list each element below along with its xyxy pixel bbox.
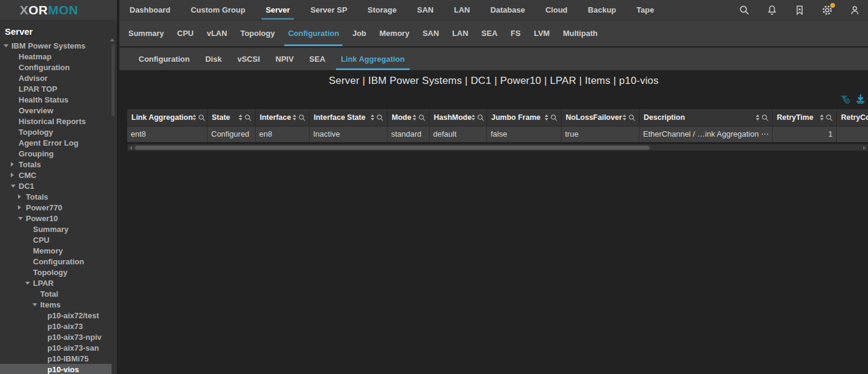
user-icon[interactable] — [849, 4, 861, 16]
column-search-icon[interactable] — [761, 114, 769, 122]
sidebar-scrollbar[interactable] — [112, 44, 115, 116]
download-icon[interactable] — [854, 93, 867, 105]
xormon-logo[interactable]: XORMON — [0, 0, 117, 20]
tree-item-advisor[interactable]: Advisor — [0, 73, 117, 83]
sort-icon[interactable] — [545, 114, 548, 120]
sub-nav-item-configuration[interactable]: Configuration — [281, 20, 346, 46]
tree-collapse-arrow-icon[interactable] — [11, 185, 19, 188]
settings-gear-icon[interactable] — [821, 4, 833, 16]
sub-nav-item-topology[interactable]: Topology — [234, 20, 282, 46]
column-search-icon[interactable] — [825, 114, 833, 122]
tree-expand-arrow-icon[interactable] — [18, 194, 26, 199]
tree-item-agent-error-log[interactable]: Agent Error Log — [0, 137, 117, 148]
sidebar-scroll-up-icon[interactable] — [110, 38, 115, 41]
sort-icon[interactable] — [413, 114, 416, 120]
column-header-retrycount[interactable]: RetryCount — [837, 109, 868, 126]
sort-icon[interactable] — [193, 114, 196, 120]
column-search-icon[interactable] — [628, 114, 636, 122]
column-header-description[interactable]: Description — [639, 109, 773, 126]
sub-nav-item-sea[interactable]: SEA — [475, 20, 504, 46]
top-nav-item-custom-group[interactable]: Custom Group — [181, 0, 256, 20]
column-header-state[interactable]: State — [208, 109, 256, 126]
tree-item-cmc[interactable]: CMC — [0, 170, 117, 180]
column-header-jumbo-frame[interactable]: Jumbo Frame — [487, 109, 561, 126]
tree-item-topology[interactable]: Topology — [0, 126, 117, 137]
horizontal-scrollbar[interactable] — [127, 144, 868, 151]
top-nav-item-server-sp[interactable]: Server SP — [300, 0, 357, 20]
top-nav-item-storage[interactable]: Storage — [358, 0, 407, 20]
top-nav-item-san[interactable]: SAN — [407, 0, 443, 20]
tab-nav-item-sea[interactable]: SEA — [302, 48, 334, 70]
sub-nav-item-lan[interactable]: LAN — [446, 20, 475, 46]
column-search-icon[interactable] — [550, 114, 558, 122]
sort-icon[interactable] — [756, 114, 759, 120]
tree-collapse-arrow-icon[interactable] — [32, 303, 40, 306]
tree-item-p10-aix73-npiv[interactable]: p10-aix73-npiv — [0, 331, 117, 342]
sort-icon[interactable] — [623, 114, 626, 120]
tree-item-ibm-power-systems[interactable]: IBM Power Systems — [0, 40, 117, 51]
tree-item-p10-aix72-test[interactable]: p10-aix72/test — [0, 310, 117, 321]
scroll-left-arrow-icon[interactable] — [130, 146, 132, 150]
column-header-nolossfailover[interactable]: NoLossFailover — [561, 109, 639, 126]
tree-collapse-arrow-icon[interactable] — [18, 217, 26, 220]
tree-item-totals[interactable]: Totals — [0, 159, 117, 170]
tree-item-configuration[interactable]: Configuration — [0, 256, 117, 267]
tree-item-cpu[interactable]: CPU — [0, 234, 117, 245]
tab-nav-item-disk[interactable]: Disk — [197, 48, 229, 70]
top-nav-item-backup[interactable]: Backup — [578, 0, 626, 20]
column-header-interface-state[interactable]: Interface State — [310, 109, 388, 126]
top-nav-item-server[interactable]: Server — [256, 0, 300, 20]
tree-item-lpar[interactable]: LPAR — [0, 278, 117, 288]
tree-item-grouping[interactable]: Grouping — [0, 148, 117, 159]
tree-item-totals[interactable]: Totals — [0, 191, 117, 202]
column-header-link-aggregation[interactable]: Link Aggregation — [127, 109, 208, 126]
column-header-interface[interactable]: Interface — [256, 109, 310, 126]
sub-nav-item-memory[interactable]: Memory — [373, 20, 416, 46]
tree-item-p10-vios[interactable]: p10-vios — [0, 364, 112, 374]
tree-item-p10-aix73[interactable]: p10-aix73 — [0, 321, 117, 331]
tab-nav-item-link-aggregation[interactable]: Link Aggregation — [333, 48, 412, 70]
tree-item-health-status[interactable]: Health Status — [0, 94, 117, 105]
tree-item-overview[interactable]: Overview — [0, 105, 117, 116]
search-icon[interactable] — [738, 4, 750, 16]
tree-item-summary[interactable]: Summary — [0, 224, 117, 234]
sub-nav-item-cpu[interactable]: CPU — [170, 20, 200, 46]
column-search-icon[interactable] — [198, 114, 206, 122]
tree-item-power770[interactable]: Power770 — [0, 202, 117, 213]
tree-item-total[interactable]: Total — [0, 288, 117, 299]
column-search-icon[interactable] — [376, 114, 384, 122]
tree-item-memory[interactable]: Memory — [0, 245, 117, 256]
sort-icon[interactable] — [471, 114, 475, 120]
tab-nav-item-configuration[interactable]: Configuration — [131, 48, 197, 70]
tree-item-items[interactable]: Items — [0, 299, 117, 310]
tree-item-historical-reports[interactable]: Historical Reports — [0, 116, 117, 126]
column-search-icon[interactable] — [298, 114, 306, 122]
scroll-right-arrow-icon[interactable] — [863, 146, 866, 150]
top-nav-item-tape[interactable]: Tape — [626, 0, 664, 20]
tree-item-configuration[interactable]: Configuration — [0, 62, 117, 73]
bookmark-icon[interactable] — [794, 4, 806, 16]
top-nav-item-database[interactable]: Database — [480, 0, 535, 20]
column-search-icon[interactable] — [244, 114, 252, 122]
tree-item-power10[interactable]: Power10 — [0, 213, 117, 224]
sort-icon[interactable] — [239, 114, 242, 120]
tree-collapse-arrow-icon[interactable] — [25, 282, 33, 285]
filter-off-icon[interactable] — [839, 93, 851, 105]
column-search-icon[interactable] — [418, 114, 426, 122]
scrollbar-thumb[interactable] — [135, 146, 650, 150]
tree-item-dc1[interactable]: DC1 — [0, 180, 117, 191]
sub-nav-item-lvm[interactable]: LVM — [527, 20, 556, 46]
sub-nav-item-summary[interactable]: Summary — [122, 20, 170, 46]
sub-nav-item-job[interactable]: Job — [346, 20, 373, 46]
top-nav-item-dashboard[interactable]: Dashboard — [119, 0, 181, 20]
tree-item-topology[interactable]: Topology — [0, 267, 117, 278]
tree-item-heatmap[interactable]: Heatmap — [0, 51, 117, 62]
sort-icon[interactable] — [371, 114, 374, 120]
top-nav-item-lan[interactable]: LAN — [444, 0, 480, 20]
notifications-bell-icon[interactable] — [766, 4, 778, 16]
tree-expand-arrow-icon[interactable] — [11, 162, 19, 167]
column-header-mode[interactable]: Mode — [388, 109, 430, 126]
tree-collapse-arrow-icon[interactable] — [4, 44, 11, 47]
tree-expand-arrow-icon[interactable] — [18, 205, 26, 210]
tree-item-lpar-top[interactable]: LPAR TOP — [0, 83, 117, 94]
